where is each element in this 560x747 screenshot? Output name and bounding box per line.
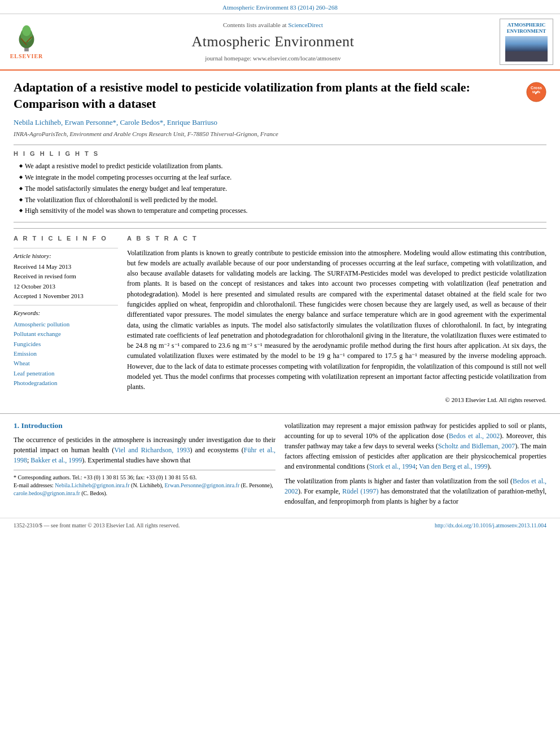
authors-line: Nebila Lichiheb, Erwan Personne*, Carole… <box>14 117 546 128</box>
highlight-item-3: The model satisfactorily simulates the e… <box>19 184 546 194</box>
article-history-title: Article history: <box>14 252 118 260</box>
article-info-label: A R T I C L E I N F O <box>14 234 118 243</box>
journal-logo-image <box>505 36 548 62</box>
keywords-title: Keywords: <box>14 309 118 317</box>
elsevier-tree-icon <box>10 23 43 51</box>
email-bedos[interactable]: carole.bedos@grignon.inra.fr <box>14 490 80 496</box>
right-para-2: The volatilization from plants is higher… <box>285 476 546 506</box>
article-info-col: A R T I C L E I N F O Article history: R… <box>14 234 118 404</box>
highlights-list: We adapt a resistive model to predict pe… <box>14 161 546 216</box>
journal-citation: Atmospheric Environment 83 (2014) 260–26… <box>222 4 338 11</box>
affiliation-line: INRA-AgroParisTech, Environment and Arab… <box>14 130 546 138</box>
highlight-item-2: We integrate in the model competing proc… <box>19 173 546 182</box>
abstract-label: A B S T R A C T <box>127 234 546 243</box>
journal-logo-title-line2: ENVIRONMENT <box>507 28 546 34</box>
body-col-right: volatilization may represent a major emi… <box>285 421 546 511</box>
ref-rudel[interactable]: Rüdel (1997) <box>342 487 378 495</box>
ref-bedos2002b[interactable]: Bedos et al., 2002 <box>285 477 546 495</box>
article-info-abstract: A R T I C L E I N F O Article history: R… <box>14 228 546 404</box>
kw-7: Photodegradation <box>14 379 118 387</box>
accepted-date: Accepted 1 November 2013 <box>14 292 118 300</box>
journal-logo-title-line1: ATMOSPHERIC <box>508 22 545 28</box>
article-title-text: Adaptation of a resistive model to pesti… <box>14 80 520 112</box>
intro-para-1: The occurrence of pesticides in the atmo… <box>14 435 275 465</box>
body-col-left: 1. Introduction The occurrence of pestic… <box>14 421 275 511</box>
journal-logo-box: ATMOSPHERIC ENVIRONMENT <box>500 19 553 65</box>
kw-5: Wheat <box>14 359 118 368</box>
ref-bakker[interactable]: Bakker et al., 1999 <box>30 456 82 464</box>
kw-1: Atmospheric pollution <box>14 320 118 329</box>
article-history-block: Article history: Received 14 May 2013 Re… <box>14 248 118 305</box>
keywords-block: Keywords: Atmospheric pollution Pollutan… <box>14 305 118 392</box>
intro-heading: 1. Introduction <box>14 421 275 431</box>
kw-6: Leaf penetration <box>14 369 118 378</box>
footnote-star: * Corresponding authors. Tel.: +33 (0) 1… <box>14 474 275 482</box>
svg-text:Mark: Mark <box>532 90 541 94</box>
kw-3: Fungicides <box>14 340 118 348</box>
ref-vanden[interactable]: Van den Berg et al., 1999 <box>419 462 487 470</box>
email-label: E-mail addresses: <box>14 482 54 488</box>
body-section: 1. Introduction The occurrence of pestic… <box>0 413 560 518</box>
svg-point-3 <box>22 25 30 36</box>
sciencedirect-link[interactable]: ScienceDirect <box>288 21 323 28</box>
highlight-item-5: High sensitivity of the model was shown … <box>19 206 546 216</box>
footnote-area: * Corresponding authors. Tel.: +33 (0) 1… <box>14 470 275 497</box>
bottom-bar: 1352-2310/$ — see front matter © 2013 El… <box>0 518 560 533</box>
highlight-item-1: We adapt a resistive model to predict pe… <box>19 161 546 171</box>
doi-link[interactable]: http://dx.doi.org/10.1016/j.atmosenv.201… <box>435 522 546 530</box>
ref-scholtz[interactable]: Scholtz and Bidleman, 2007 <box>438 442 515 450</box>
journal-homepage: journal homepage: www.elsevier.com/locat… <box>52 54 494 63</box>
ref-bedos2002[interactable]: Bedos et al., 2002 <box>449 432 500 440</box>
issn-text: 1352-2310/$ — see front matter © 2013 El… <box>14 522 180 530</box>
highlight-item-4: The volatilization flux of chlorothaloni… <box>19 195 546 205</box>
elsevier-logo: ELSEVIER <box>7 23 46 60</box>
abstract-col: A B S T R A C T Volatilization from plan… <box>127 234 546 404</box>
kw-4: Emission <box>14 350 118 358</box>
received-revised-label: Received in revised form <box>14 272 118 281</box>
kw-2: Pollutant exchange <box>14 330 118 338</box>
right-para-1: volatilization may represent a major emi… <box>285 421 546 471</box>
abstract-text: Volatilization from plants is known to g… <box>127 248 546 392</box>
elsevier-brand-text: ELSEVIER <box>10 53 43 60</box>
highlights-title: H I G H L I G H T S <box>14 150 546 158</box>
highlights-section: H I G H L I G H T S We adapt a resistive… <box>14 145 546 222</box>
crossmark-icon: ✓ Cross Mark <box>526 82 546 102</box>
ref-viel[interactable]: Viel and Richardson, 1993 <box>114 446 190 454</box>
sciencedirect-notice: Contents lists available at ScienceDirec… <box>52 21 494 29</box>
journal-center: Contents lists available at ScienceDirec… <box>52 21 494 63</box>
homepage-label: journal homepage: www.elsevier.com/locat… <box>205 55 341 62</box>
top-bar: Atmospheric Environment 83 (2014) 260–26… <box>0 0 560 14</box>
received-date: Received 14 May 2013 <box>14 263 118 271</box>
ref-stork[interactable]: Stork et al., 1994 <box>369 462 415 470</box>
email-lichiheb[interactable]: Nebila.Lichiheb@grignon.inra.fr <box>55 482 129 488</box>
svg-text:Cross: Cross <box>531 86 542 90</box>
revised-date: 12 October 2013 <box>14 282 118 291</box>
article-title-block: Adaptation of a resistive model to pesti… <box>14 80 546 112</box>
journal-title: Atmospheric Environment <box>52 32 494 52</box>
footnote-emails: E-mail addresses: Nebila.Lichiheb@grigno… <box>14 482 275 497</box>
journal-header: ELSEVIER Contents lists available at Sci… <box>0 14 560 71</box>
copyright: © 2013 Elsevier Ltd. All rights reserved… <box>127 396 546 404</box>
main-content: Adaptation of a resistive model to pesti… <box>0 71 560 411</box>
email-personne[interactable]: Erwan.Personne@grignon.inra.fr <box>164 482 239 488</box>
